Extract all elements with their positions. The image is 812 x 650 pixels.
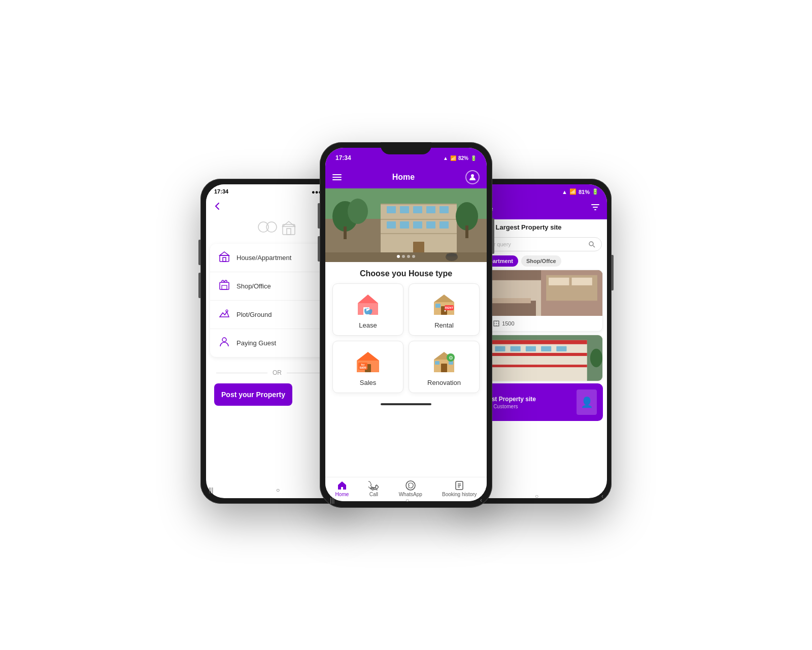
menu-house-label: House/Appartment: [236, 254, 291, 262]
area-icon: [493, 320, 500, 327]
svg-rect-3: [287, 229, 291, 235]
svg-point-14: [348, 199, 368, 224]
svg-rect-88: [495, 346, 505, 351]
renovation-card[interactable]: ⚙ Renovation: [409, 341, 480, 393]
call-nav-icon: [368, 480, 379, 491]
svg-rect-19: [381, 233, 457, 234]
center-header-title: Home: [342, 173, 465, 182]
rental-card[interactable]: RENT Rental: [409, 283, 480, 336]
user-icon[interactable]: [465, 170, 480, 184]
svg-rect-86: [485, 353, 587, 356]
svg-point-94: [590, 349, 602, 367]
svg-rect-91: [541, 346, 551, 351]
or-text: OR: [273, 369, 282, 376]
svg-rect-22: [413, 206, 422, 213]
svg-rect-25: [387, 221, 396, 229]
svg-rect-29: [439, 221, 449, 229]
rental-icon: RENT: [431, 292, 457, 317]
center-gesture-bar: ||| ○ ‹: [320, 495, 492, 506]
sales-icon: for sale: [355, 349, 381, 375]
rental-label: Rental: [434, 321, 454, 329]
booking-nav-icon: [454, 480, 464, 491]
svg-rect-15: [344, 226, 347, 239]
image-dots: [397, 255, 415, 258]
renovation-label: Renovation: [427, 379, 461, 386]
menu-shop-label: Shop/Office: [236, 282, 271, 290]
svg-point-60: [406, 481, 415, 490]
svg-rect-74: [572, 278, 592, 285]
svg-marker-47: [357, 352, 379, 361]
svg-point-8: [226, 310, 228, 312]
tab-shop-office[interactable]: Shop/Offce: [521, 255, 561, 267]
svg-rect-24: [439, 206, 449, 213]
svg-text:⚙: ⚙: [449, 355, 453, 361]
sqft: 1500: [502, 320, 514, 327]
sales-card[interactable]: for sale Sales: [332, 341, 403, 393]
post-property-button[interactable]: Post your Property: [214, 383, 292, 406]
lease-card[interactable]: Lease: [332, 283, 403, 336]
svg-rect-85: [485, 340, 587, 344]
svg-line-66: [593, 246, 595, 248]
svg-point-10: [471, 174, 474, 177]
svg-rect-7: [222, 285, 227, 289]
svg-rect-46: [435, 304, 441, 308]
center-phone: 17:34 ▲ 📶 82% 🔋 Home: [320, 142, 492, 508]
whatsapp-nav-icon: [405, 480, 416, 491]
menu-plot-label: Plot/Ground: [236, 311, 272, 318]
svg-point-1: [266, 222, 277, 232]
svg-rect-27: [413, 221, 422, 229]
svg-rect-2: [283, 224, 295, 235]
property-image: [325, 188, 487, 262]
lease-icon: [355, 292, 381, 317]
left-time: 17:34: [214, 188, 228, 195]
svg-rect-4: [220, 255, 229, 262]
svg-text:RENT: RENT: [445, 306, 454, 309]
svg-rect-26: [400, 221, 409, 229]
svg-rect-56: [435, 361, 439, 365]
svg-rect-84: [485, 340, 587, 381]
svg-rect-87: [485, 365, 587, 367]
center-notch: [381, 142, 431, 154]
svg-marker-40: [434, 295, 454, 302]
svg-rect-92: [556, 346, 566, 351]
svg-rect-23: [426, 206, 435, 213]
phones-scene: 17:34 ●●● 📶 🔋: [178, 84, 634, 566]
svg-rect-20: [387, 206, 396, 213]
svg-rect-18: [381, 219, 457, 220]
center-app-header: Home: [325, 166, 487, 188]
svg-marker-37: [358, 295, 378, 303]
hamburger-menu[interactable]: [332, 174, 342, 180]
svg-point-9: [222, 338, 226, 342]
center-home-indicator: [325, 398, 487, 410]
house-type-grid: Lease RENT: [325, 283, 487, 398]
svg-rect-17: [381, 204, 457, 205]
svg-rect-55: [441, 364, 447, 372]
promo-icon: 👤: [577, 389, 597, 415]
svg-rect-89: [511, 346, 521, 351]
svg-point-65: [589, 242, 593, 246]
svg-rect-21: [400, 206, 409, 213]
center-time: 17:34: [335, 154, 351, 161]
svg-point-0: [258, 222, 268, 232]
svg-rect-35: [447, 253, 457, 256]
center-phone-screen: 17:34 ▲ 📶 82% 🔋 Home: [325, 148, 487, 501]
svg-rect-57: [449, 361, 453, 365]
svg-rect-90: [526, 346, 536, 351]
menu-pg-label: Paying Guest: [236, 339, 276, 347]
home-nav-icon: [337, 480, 347, 491]
choose-title: Choose you House type: [325, 262, 487, 283]
svg-rect-28: [426, 221, 435, 229]
svg-rect-33: [465, 225, 468, 238]
svg-text:sale: sale: [359, 366, 366, 369]
filter-icon[interactable]: [591, 203, 600, 214]
svg-rect-6: [220, 282, 229, 289]
lease-label: Lease: [359, 321, 377, 329]
svg-rect-73: [549, 278, 569, 285]
sales-label: Sales: [360, 379, 377, 386]
svg-rect-5: [223, 257, 226, 262]
renovation-icon: ⚙: [431, 349, 457, 375]
search-icon: [588, 241, 595, 248]
